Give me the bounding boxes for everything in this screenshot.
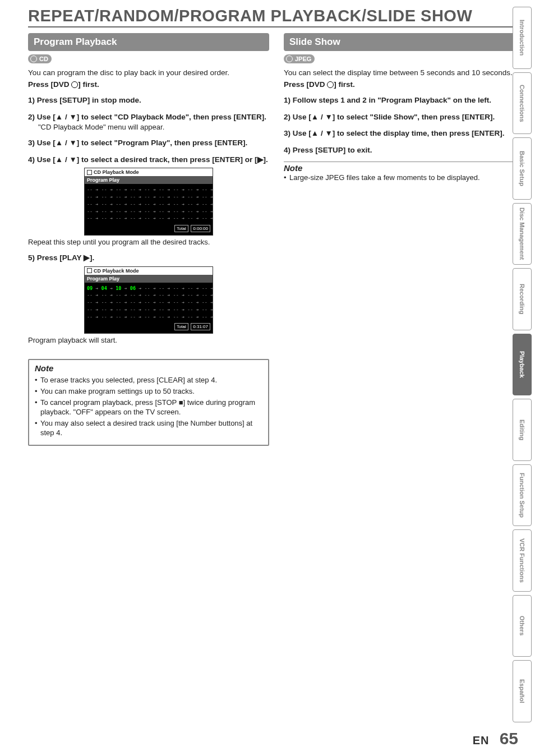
press-dvd-first-right: Press [DVD ] first. <box>284 80 525 89</box>
tab-connections[interactable]: Connections <box>513 72 532 135</box>
tab-disc-management[interactable]: Disc Management <box>513 203 532 265</box>
left-after-1: Repeat this step until you program all t… <box>28 238 269 246</box>
osd2-sub: Program Play <box>85 275 213 283</box>
note-item: To cancel program playback, press [STOP … <box>35 398 262 417</box>
footer-page-number: 65 <box>500 729 518 748</box>
osd-panel-1: CD Playback Mode Program Play -- ➔ -- ➔ … <box>84 168 213 236</box>
osd-icon <box>87 268 92 273</box>
dvd-button-icon <box>327 81 334 88</box>
right-step-2: 2) Use [▲ / ▼] to select "Slide Show", t… <box>284 112 525 122</box>
left-note-box: Note To erase tracks you selected, press… <box>28 359 269 445</box>
osd-panel-2: CD Playback Mode Program Play 09 ➔ 04 ➔ … <box>84 266 213 334</box>
note-item: To erase tracks you selected, press [CLE… <box>35 375 262 385</box>
left-step-2-sub: "CD Playback Mode" menu will appear. <box>38 123 269 131</box>
cd-badge: CD <box>28 54 52 63</box>
right-step-1: 1) Follow steps 1 and 2 in "Program Play… <box>284 95 525 105</box>
dvd-button-icon <box>71 81 78 88</box>
left-column: Program Playback CD You can program the … <box>28 33 269 446</box>
osd1-grid: -- ➔ -- ➔ -- ➔ -- ➔ -- ➔ -- ➔ -- ➔ -- ➔ … <box>85 184 213 223</box>
left-step-4: 4) Use [▲ / ▼] to select a desired track… <box>28 155 269 165</box>
note-heading-left: Note <box>35 363 262 373</box>
left-step-3: 3) Use [▲ / ▼] to select "Program Play",… <box>28 138 269 148</box>
tab-basic-setup[interactable]: Basic Setup <box>513 137 532 200</box>
program-playback-heading: Program Playback <box>28 33 269 51</box>
cd-badge-label: CD <box>39 56 48 62</box>
jpeg-badge: JPEG <box>284 54 315 63</box>
osd-icon <box>87 170 92 175</box>
left-step-5: 5) Press [PLAY ▶]. <box>28 253 269 263</box>
tab-introduction[interactable]: Introduction <box>513 7 532 69</box>
tab-others[interactable]: Others <box>513 595 532 657</box>
note-item: You may also select a desired track usin… <box>35 418 262 438</box>
tab-vcr-functions[interactable]: VCR Functions <box>513 529 532 592</box>
page-title: REPEAT/RANDOM/PROGRAM PLAYBACK/SLIDE SHO… <box>28 7 525 25</box>
tab-function-setup[interactable]: Function Setup <box>513 464 532 527</box>
osd1-total-label: Total <box>174 225 188 232</box>
note-heading-right: Note <box>284 162 525 173</box>
left-step-1: 1) Press [SETUP] in stop mode. <box>28 95 269 105</box>
osd2-grid: 09 ➔ 04 ➔ 10 ➔ 06 ➔ -- ➔ -- ➔ -- ➔ -- ➔ … <box>85 283 213 322</box>
osd1-sub: Program Play <box>85 176 213 184</box>
press-dvd-first-left: Press [DVD ] first. <box>28 80 269 89</box>
right-step-3: 3) Use [▲ / ▼] to select the display tim… <box>284 128 525 139</box>
osd2-title: CD Playback Mode <box>94 268 139 274</box>
osd1-title: CD Playback Mode <box>94 169 139 175</box>
tab-editing[interactable]: Editing <box>513 399 532 461</box>
osd2-total-time: 0:31:07 <box>191 323 210 330</box>
tab-recording[interactable]: Recording <box>513 268 532 330</box>
slide-show-heading: Slide Show <box>284 33 525 51</box>
right-note-item: Large-size JPEG files take a few moments… <box>284 173 525 183</box>
left-after-2: Program playback will start. <box>28 336 269 344</box>
note-item: You can make program settings up to 50 t… <box>35 386 262 397</box>
right-step-4: 4) Press [SETUP] to exit. <box>284 145 525 155</box>
program-intro: You can program the disc to play back in… <box>28 68 269 78</box>
slideshow-intro: You can select the display time between … <box>284 68 525 78</box>
right-column: Slide Show JPEG You can select the displ… <box>284 33 525 446</box>
right-note: Note Large-size JPEG files take a few mo… <box>284 162 525 183</box>
tab-playback[interactable]: Playback <box>513 334 532 396</box>
side-tabs: Introduction Connections Basic Setup Dis… <box>513 7 532 722</box>
jpeg-badge-label: JPEG <box>295 56 311 62</box>
osd2-total-label: Total <box>174 323 188 330</box>
disc-icon <box>286 56 293 62</box>
disc-icon <box>30 56 37 62</box>
tab-espanol[interactable]: Español <box>513 660 532 722</box>
left-step-2: 2) Use [▲ / ▼] to select "CD Playback Mo… <box>28 112 269 122</box>
osd1-total-time: 0:00:00 <box>191 225 210 232</box>
footer-lang: EN <box>473 734 490 746</box>
page-footer: EN 65 <box>473 729 518 748</box>
